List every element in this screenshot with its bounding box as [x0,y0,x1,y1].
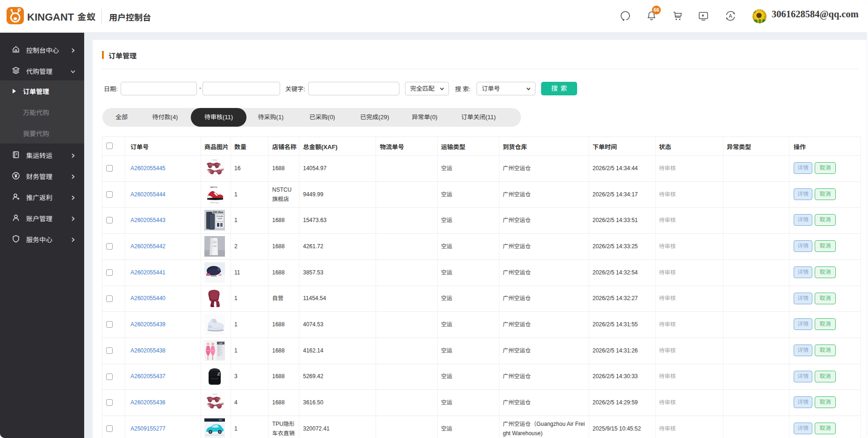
svg-text:110 *****: 110 ***** [217,345,222,347]
svg-text:TPU: TPU [218,419,222,421]
svg-text:150 *****: 150 ***** [217,352,222,354]
svg-text:Z: Z [217,372,220,376]
svg-text:140 *****: 140 ***** [217,351,222,352]
svg-text:TR90: TR90 [212,393,217,395]
svg-text:SIZE: SIZE [219,342,223,344]
svg-text:120Hz: 120Hz [217,218,222,220]
svg-text:120 *****: 120 ***** [217,347,222,349]
svg-text:NSTCU sport: NSTCU sport [210,202,219,204]
svg-text:A: A [729,13,732,19]
svg-text:5000mAh: 5000mAh [217,215,224,217]
svg-text:130 *****: 130 ***** [217,349,222,351]
svg-text:NSTCU: NSTCU [210,186,217,188]
svg-text:TR90: TR90 [212,159,217,161]
svg-text:S25 Ultra: S25 Ultra [213,211,223,214]
svg-text:160 *****: 160 ***** [217,354,222,356]
